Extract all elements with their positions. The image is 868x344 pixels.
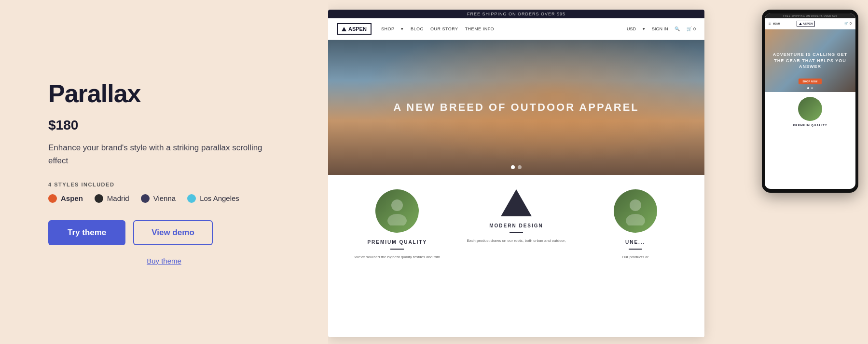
nav-theme-info: THEME INFO: [465, 26, 495, 31]
nav-our-story: OUR STORY: [430, 26, 458, 31]
mobile-menu-label: MENU: [773, 22, 780, 25]
madrid-label: Madrid: [107, 194, 129, 202]
triangle-icon: [501, 189, 532, 216]
nav-cart-icon: 🛒 0: [687, 26, 696, 31]
person-svg-1: [383, 197, 412, 225]
madrid-dot: [95, 194, 103, 203]
losangeles-dot: [187, 194, 196, 203]
hero-text: A NEW BREED OF OUTDOOR APPAREL: [393, 101, 639, 114]
mobile-feature-title: PREMIUM QUALITY: [793, 124, 827, 127]
mobile-cart-icon: 🛒 0: [844, 22, 852, 26]
buttons-row: Try theme View demo: [48, 220, 280, 245]
feature-text-2: Each product draws on our roots, both ur…: [467, 238, 565, 244]
feature-premium-quality: PREMIUM QUALITY We've sourced the highes…: [338, 189, 457, 260]
mobile-logo-triangle-icon: [799, 23, 802, 25]
styles-label: 4 STYLES INCLUDED: [48, 182, 280, 187]
preview-hero: A NEW BREED OF OUTDOOR APPAREL: [328, 40, 704, 175]
vienna-label: Vienna: [153, 194, 176, 202]
style-option-los-angeles[interactable]: Los Angeles: [187, 194, 239, 203]
style-option-madrid[interactable]: Madrid: [95, 194, 129, 203]
mobile-logo-text: ASPEN: [803, 22, 813, 25]
feature-underline-2: [510, 232, 523, 233]
theme-price: $180: [48, 118, 280, 133]
feature-3: UNE... Our products ar: [576, 189, 695, 260]
styles-row: Aspen Madrid Vienna Los Angeles: [48, 194, 280, 203]
person-circle-2: [614, 189, 657, 233]
preview-top-bar: FREE SHIPPING ON ORDERS OVER $95: [328, 10, 704, 18]
svg-point-3: [626, 214, 645, 225]
preview-nav-right: USD ▾ SIGN IN 🔍 🛒 0: [627, 26, 696, 31]
feature-text-3: Our products ar: [622, 254, 649, 260]
svg-point-2: [630, 199, 641, 211]
logo-text: ASPEN: [348, 26, 367, 32]
feature-underline-1: [390, 249, 404, 250]
person-svg-2: [621, 197, 650, 225]
mobile-hero: ADVENTURE IS CALLING GET THE GEAR THAT H…: [765, 29, 855, 92]
buy-theme-link[interactable]: Buy theme: [48, 257, 280, 265]
preview-features: PREMIUM QUALITY We've sourced the highes…: [328, 175, 704, 270]
mobile-nav: ≡ MENU ASPEN 🛒 0: [765, 18, 855, 29]
feature-text-1: We've sourced the highest quality textil…: [355, 254, 440, 260]
feature-title-2: MODERN DESIGN: [489, 223, 543, 228]
left-panel: Parallax $180 Enhance your brand's style…: [0, 0, 328, 344]
nav-shop: SHOP: [381, 26, 395, 31]
mobile-device: FREE SHIPPING ON ORDERS OVER $95 ≡ MENU …: [762, 10, 858, 193]
style-option-aspen[interactable]: Aspen: [48, 194, 83, 203]
theme-title: Parallax: [48, 79, 280, 108]
nav-blog: BLOG: [411, 26, 424, 31]
desktop-preview: FREE SHIPPING ON ORDERS OVER $95 ASPEN S…: [328, 10, 704, 337]
nav-usd-chevron: ▾: [643, 26, 645, 31]
theme-description: Enhance your brand's style with a striki…: [48, 142, 280, 167]
nav-usd: USD: [627, 26, 636, 31]
aspen-dot: [48, 194, 57, 203]
mobile-dots: [807, 87, 813, 89]
feature-underline-3: [629, 249, 642, 250]
mobile-menu-icon: ≡: [769, 22, 771, 26]
preview-dots: [511, 165, 522, 169]
mobile-screen: FREE SHIPPING ON ORDERS OVER $95 ≡ MENU …: [765, 13, 855, 189]
preview-nav-links: SHOP ▾ BLOG OUR STORY THEME INFO: [381, 26, 494, 31]
hero-dot-1: [511, 165, 515, 169]
svg-point-0: [391, 199, 403, 211]
feature-title-3: UNE...: [625, 239, 645, 245]
nav-search-icon: 🔍: [675, 26, 680, 31]
vienna-dot: [141, 194, 150, 203]
mobile-logo: ASPEN: [797, 21, 815, 26]
mobile-dot-1: [807, 87, 809, 89]
losangeles-label: Los Angeles: [200, 194, 239, 202]
mobile-shop-now-button: SHOP NOW: [799, 79, 822, 84]
view-demo-button[interactable]: View demo: [133, 220, 213, 245]
person-circle-1: [375, 189, 419, 233]
nav-sign-in: SIGN IN: [652, 26, 668, 31]
mobile-hero-text: ADVENTURE IS CALLING GET THE GEAR THAT H…: [765, 52, 855, 70]
feature-title-1: PREMIUM QUALITY: [367, 239, 427, 245]
nav-chevron-icon: ▾: [401, 26, 404, 31]
mobile-top-bar: FREE SHIPPING ON ORDERS OVER $95: [765, 13, 855, 18]
hero-dot-2: [518, 165, 522, 169]
mobile-dot-2: [811, 87, 813, 89]
svg-point-1: [387, 214, 407, 225]
preview-logo: ASPEN: [337, 23, 372, 35]
feature-modern-design: MODERN DESIGN Each product draws on our …: [457, 189, 576, 260]
aspen-label: Aspen: [61, 194, 83, 202]
mobile-feature-section: PREMIUM QUALITY: [765, 92, 855, 132]
style-option-vienna[interactable]: Vienna: [141, 194, 176, 203]
right-panel: FREE SHIPPING ON ORDERS OVER $95 ASPEN S…: [328, 0, 868, 344]
mobile-feature-circle: [798, 97, 822, 121]
try-theme-button[interactable]: Try theme: [48, 220, 125, 245]
logo-triangle-icon: [342, 27, 346, 31]
preview-nav: ASPEN SHOP ▾ BLOG OUR STORY THEME INFO U…: [328, 18, 704, 40]
